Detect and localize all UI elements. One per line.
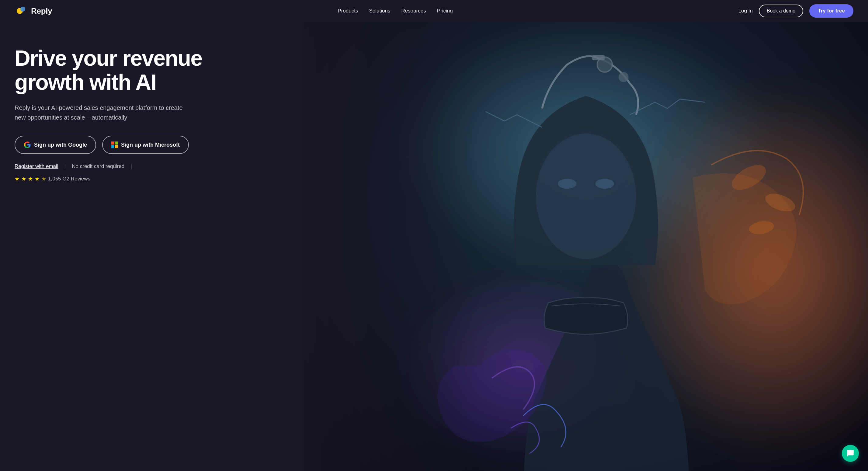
hero-subtext: Reply is your AI-powered sales engagemen… xyxy=(14,103,194,122)
cta-buttons: Sign up with Google Sign up with Microso… xyxy=(14,136,205,154)
svg-point-11 xyxy=(619,72,629,82)
hero-content: Drive your revenue growth with AI Reply … xyxy=(0,22,219,201)
star-1: ★ xyxy=(14,176,20,182)
nav-item-products[interactable]: Products xyxy=(338,8,358,14)
star-4: ★ xyxy=(35,176,39,182)
nav-links: Products Solutions Resources Pricing xyxy=(338,8,453,14)
microsoft-icon xyxy=(111,142,118,148)
demo-button[interactable]: Book a demo xyxy=(759,5,803,17)
nav-right: Log In Book a demo Try for free xyxy=(738,4,854,18)
chat-icon xyxy=(846,449,854,457)
hero-headline: Drive your revenue growth with AI xyxy=(14,46,205,94)
no-credit-card-text: No credit card required xyxy=(72,164,124,170)
microsoft-signup-label: Sign up with Microsoft xyxy=(121,142,180,148)
microsoft-signup-button[interactable]: Sign up with Microsoft xyxy=(102,136,189,154)
navbar: Reply Products Solutions Resources Prici… xyxy=(0,0,868,22)
svg-point-8 xyxy=(558,179,577,189)
google-signup-button[interactable]: Sign up with Google xyxy=(14,136,96,154)
star-3: ★ xyxy=(28,176,33,182)
nav-item-solutions[interactable]: Solutions xyxy=(369,8,390,14)
try-free-button[interactable]: Try for free xyxy=(809,4,854,18)
reviews-count: 1,055 G2 Reviews xyxy=(48,176,90,182)
svg-point-7 xyxy=(536,134,636,259)
chat-support-button[interactable] xyxy=(842,445,859,462)
svg-point-2 xyxy=(20,7,25,11)
divider2: | xyxy=(130,163,132,170)
brand-name: Reply xyxy=(31,6,52,16)
svg-point-9 xyxy=(595,179,614,189)
star-half: ★ xyxy=(41,176,46,182)
star-2: ★ xyxy=(21,176,26,182)
register-email-button[interactable]: Register with email xyxy=(14,164,58,170)
login-button[interactable]: Log In xyxy=(738,8,753,14)
divider: | xyxy=(64,163,66,170)
nav-item-resources[interactable]: Resources xyxy=(401,8,426,14)
footer-row: Register with email | No credit card req… xyxy=(14,163,205,182)
nav-item-pricing[interactable]: Pricing xyxy=(437,8,453,14)
google-icon xyxy=(24,141,31,148)
google-signup-label: Sign up with Google xyxy=(34,142,87,148)
logo-icon xyxy=(14,4,28,18)
hero-section: Drive your revenue growth with AI Reply … xyxy=(0,22,868,471)
reviews-row: ★ ★ ★ ★ ★ 1,055 G2 Reviews xyxy=(14,176,90,182)
logo[interactable]: Reply xyxy=(14,4,52,18)
svg-rect-12 xyxy=(592,55,604,60)
